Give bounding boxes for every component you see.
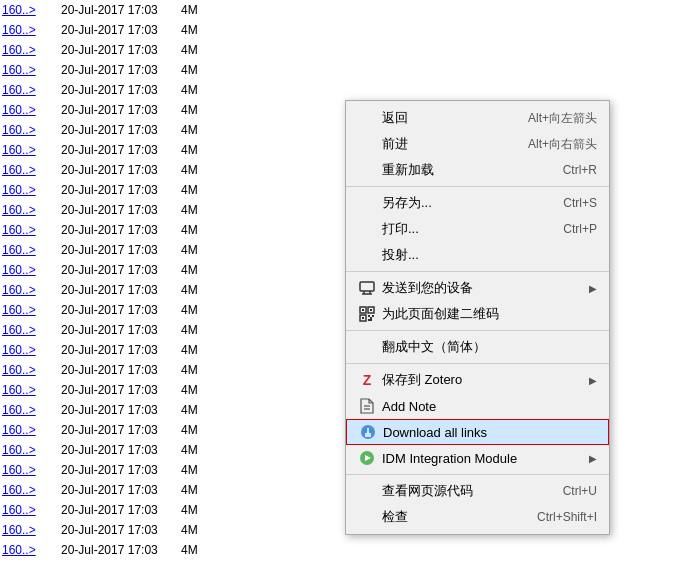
menu-divider bbox=[346, 186, 609, 187]
no-icon bbox=[358, 338, 376, 356]
submenu-arrow: ▶ bbox=[589, 375, 597, 386]
download-icon bbox=[359, 423, 377, 441]
menu-item-view-source[interactable]: 查看网页源代码Ctrl+U bbox=[346, 478, 609, 504]
svg-rect-10 bbox=[368, 315, 370, 317]
no-icon bbox=[358, 482, 376, 500]
menu-item-translate[interactable]: 翻成中文（简体） bbox=[346, 334, 609, 360]
no-icon bbox=[358, 135, 376, 153]
menu-item-add-note[interactable]: Add Note bbox=[346, 393, 609, 419]
no-icon bbox=[358, 109, 376, 127]
no-icon bbox=[358, 194, 376, 212]
no-icon bbox=[358, 508, 376, 526]
qr-icon bbox=[358, 305, 376, 323]
shortcut-label: Ctrl+U bbox=[563, 484, 597, 498]
menu-divider bbox=[346, 363, 609, 364]
menu-item-send-to-device[interactable]: 发送到您的设备▶ bbox=[346, 275, 609, 301]
menu-label: IDM Integration Module bbox=[382, 451, 517, 466]
menu-item-cast[interactable]: 投射... bbox=[346, 242, 609, 268]
no-icon bbox=[358, 220, 376, 238]
menu-label: 重新加载 bbox=[382, 161, 434, 179]
shortcut-label: Ctrl+R bbox=[563, 163, 597, 177]
menu-label: 投射... bbox=[382, 246, 419, 264]
menu-label: 检查 bbox=[382, 508, 408, 526]
svg-rect-12 bbox=[370, 317, 372, 319]
menu-divider bbox=[346, 271, 609, 272]
menu-label: 打印... bbox=[382, 220, 419, 238]
menu-label: 为此页面创建二维码 bbox=[382, 305, 499, 323]
menu-item-print[interactable]: 打印...Ctrl+P bbox=[346, 216, 609, 242]
no-icon bbox=[358, 161, 376, 179]
menu-label: Add Note bbox=[382, 399, 436, 414]
menu-item-back[interactable]: 返回Alt+向左箭头 bbox=[346, 105, 609, 131]
context-menu: 返回Alt+向左箭头前进Alt+向右箭头重新加载Ctrl+R另存为...Ctrl… bbox=[345, 100, 610, 535]
menu-item-download-all-links[interactable]: Download all links bbox=[346, 419, 609, 445]
menu-item-reload[interactable]: 重新加载Ctrl+R bbox=[346, 157, 609, 183]
menu-label: 翻成中文（简体） bbox=[382, 338, 486, 356]
menu-label: 保存到 Zotero bbox=[382, 371, 462, 389]
menu-item-save-as[interactable]: 另存为...Ctrl+S bbox=[346, 190, 609, 216]
menu-label: 返回 bbox=[382, 109, 408, 127]
menu-item-forward[interactable]: 前进Alt+向右箭头 bbox=[346, 131, 609, 157]
submenu-arrow: ▶ bbox=[589, 283, 597, 294]
svg-rect-5 bbox=[362, 309, 364, 311]
svg-rect-11 bbox=[372, 315, 374, 317]
svg-rect-9 bbox=[362, 317, 364, 319]
svg-rect-7 bbox=[370, 309, 372, 311]
no-icon bbox=[358, 246, 376, 264]
menu-label: Download all links bbox=[383, 425, 487, 440]
menu-label: 发送到您的设备 bbox=[382, 279, 473, 297]
menu-label: 查看网页源代码 bbox=[382, 482, 473, 500]
svg-rect-0 bbox=[360, 282, 374, 291]
shortcut-label: Alt+向右箭头 bbox=[528, 136, 597, 153]
zotero-icon: Z bbox=[358, 371, 376, 389]
shortcut-label: Ctrl+P bbox=[563, 222, 597, 236]
idm-icon bbox=[358, 449, 376, 467]
monitor-icon bbox=[358, 279, 376, 297]
menu-label: 另存为... bbox=[382, 194, 432, 212]
shortcut-label: Ctrl+S bbox=[563, 196, 597, 210]
add-note-icon bbox=[358, 397, 376, 415]
menu-item-zotero[interactable]: Z保存到 Zotero▶ bbox=[346, 367, 609, 393]
submenu-arrow: ▶ bbox=[589, 453, 597, 464]
menu-divider bbox=[346, 474, 609, 475]
menu-item-idm[interactable]: IDM Integration Module▶ bbox=[346, 445, 609, 471]
shortcut-label: Alt+向左箭头 bbox=[528, 110, 597, 127]
context-menu-overlay: 返回Alt+向左箭头前进Alt+向右箭头重新加载Ctrl+R另存为...Ctrl… bbox=[0, 0, 687, 573]
menu-label: 前进 bbox=[382, 135, 408, 153]
svg-rect-13 bbox=[368, 319, 372, 321]
menu-item-inspect[interactable]: 检查Ctrl+Shift+I bbox=[346, 504, 609, 530]
shortcut-label: Ctrl+Shift+I bbox=[537, 510, 597, 524]
menu-item-qr-code[interactable]: 为此页面创建二维码 bbox=[346, 301, 609, 327]
menu-divider bbox=[346, 330, 609, 331]
